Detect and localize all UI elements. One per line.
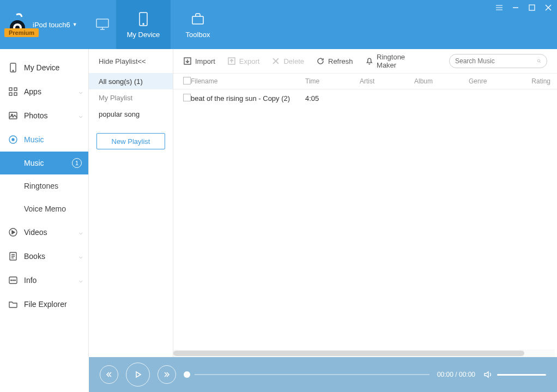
device-selector[interactable]: iPod touch6 ▼ — [33, 21, 77, 29]
sidebar-item-my-device[interactable]: My Device — [0, 56, 88, 80]
photos-icon — [8, 110, 19, 121]
sidebar-sub-voice-memo[interactable]: Voice Memo — [0, 197, 88, 220]
info-icon — [8, 275, 19, 286]
sidebar-item-music[interactable]: Music — [0, 128, 88, 152]
sidebar-label: Videos — [24, 228, 47, 237]
time-display: 00:00 / 00:00 — [437, 371, 475, 378]
close-icon[interactable] — [544, 3, 553, 12]
videos-icon — [8, 227, 19, 238]
sidebar-sub-music[interactable]: Music 1 — [0, 152, 88, 174]
toolbar-label: Export — [239, 57, 260, 65]
sidebar-sub-label: Ringtones — [24, 182, 58, 190]
col-rating[interactable]: Rating — [523, 77, 550, 85]
main-area: My Device Apps ⌵ Photos ⌵ Music Music 1 … — [0, 49, 557, 357]
svg-rect-10 — [9, 88, 12, 91]
new-playlist-button[interactable]: New Playlist — [96, 133, 165, 149]
chevron-down-icon: ⌵ — [79, 253, 83, 260]
scrollbar-thumb[interactable] — [173, 351, 524, 356]
cell-time: 4:05 — [305, 94, 360, 102]
delete-icon — [271, 57, 280, 65]
window-controls — [495, 3, 553, 12]
tab-my-device[interactable]: My Device — [116, 0, 171, 49]
col-time[interactable]: Time — [305, 77, 360, 85]
svg-rect-7 — [529, 5, 535, 10]
col-artist[interactable]: Artist — [360, 77, 414, 85]
playlist-item-popular[interactable]: popular song — [89, 106, 173, 122]
horizontal-scrollbar[interactable] — [173, 349, 555, 357]
play-icon — [134, 370, 142, 379]
table-body: beat of the rising sun - Copy (2) 4:05 — [173, 89, 557, 349]
toolbar-label: Import — [195, 57, 215, 65]
monitor-icon — [89, 0, 116, 49]
col-genre[interactable]: Genre — [469, 77, 523, 85]
toolbar: Import Export Delete Refresh — [173, 49, 557, 73]
device-icon — [8, 62, 19, 73]
search-input[interactable] — [455, 57, 537, 65]
toolbar-label: Refresh — [328, 57, 353, 65]
sidebar-item-photos[interactable]: Photos ⌵ — [0, 104, 88, 128]
next-button[interactable] — [158, 365, 176, 384]
sidebar-item-videos[interactable]: Videos ⌵ — [0, 220, 88, 244]
export-button[interactable]: Export — [227, 57, 260, 65]
svg-point-17 — [12, 138, 14, 141]
col-filename[interactable]: Filename — [191, 77, 305, 85]
volume-slider[interactable] — [497, 374, 546, 376]
maximize-icon[interactable] — [528, 3, 536, 12]
music-icon — [8, 134, 19, 145]
delete-button[interactable]: Delete — [271, 57, 304, 65]
volume-control[interactable] — [483, 370, 546, 379]
folder-icon — [8, 299, 19, 310]
progress-line — [195, 374, 429, 375]
table-header: Filename Time Artist Album Genre Rating — [173, 73, 557, 89]
premium-badge: Premium — [4, 28, 39, 37]
svg-rect-6 — [192, 16, 203, 24]
volume-icon — [483, 370, 493, 379]
table-row[interactable]: beat of the rising sun - Copy (2) 4:05 — [173, 89, 557, 107]
refresh-icon — [316, 57, 325, 65]
content-area: Import Export Delete Refresh — [173, 49, 557, 357]
play-button[interactable] — [126, 363, 150, 387]
svg-point-9 — [13, 70, 14, 71]
sidebar-sub-label: Music — [24, 159, 44, 167]
hide-playlist-button[interactable]: Hide Playlist<< — [89, 49, 173, 73]
playlist-panel: Hide Playlist<< All song(s) (1) My Playl… — [89, 49, 173, 357]
tab-label: My Device — [127, 31, 160, 39]
toolbar-label: Ringtone Maker — [377, 53, 425, 69]
sidebar-label: My Device — [24, 63, 59, 72]
svg-point-5 — [143, 23, 144, 25]
cell-filename: beat of the rising sun - Copy (2) — [191, 94, 305, 102]
col-album[interactable]: Album — [414, 77, 469, 85]
device-name: iPod touch6 — [33, 21, 70, 29]
search-box[interactable] — [449, 54, 547, 68]
ringtone-maker-button[interactable]: Ringtone Maker — [365, 53, 425, 69]
progress-track[interactable] — [184, 371, 429, 378]
sidebar-sub-ringtones[interactable]: Ringtones — [0, 174, 88, 197]
sidebar-item-info[interactable]: Info ⌵ — [0, 268, 88, 292]
menu-icon[interactable] — [495, 3, 504, 12]
row-checkbox[interactable] — [183, 94, 191, 101]
svg-point-23 — [15, 280, 16, 281]
select-all-checkbox[interactable] — [183, 77, 191, 85]
playlist-item-my-playlist[interactable]: My Playlist — [89, 89, 173, 106]
svg-point-22 — [13, 280, 14, 281]
import-button[interactable]: Import — [183, 57, 215, 65]
sidebar-label: Apps — [24, 87, 41, 96]
search-icon — [537, 57, 541, 65]
svg-point-21 — [11, 280, 12, 281]
minimize-icon[interactable] — [511, 3, 520, 12]
sidebar-label: Photos — [24, 111, 48, 120]
progress-handle[interactable] — [184, 371, 190, 378]
svg-rect-3 — [96, 19, 108, 27]
svg-rect-12 — [9, 93, 12, 95]
sidebar-item-apps[interactable]: Apps ⌵ — [0, 80, 88, 104]
playlist-item-all-songs[interactable]: All song(s) (1) — [89, 73, 173, 89]
prev-button[interactable] — [100, 365, 118, 384]
sidebar-item-file-explorer[interactable]: File Explorer — [0, 292, 88, 316]
toolbar-label: Delete — [283, 57, 304, 65]
sidebar-sub-label: Voice Memo — [24, 204, 66, 213]
sidebar-item-books[interactable]: Books ⌵ — [0, 244, 88, 268]
player-bar: 00:00 / 00:00 — [89, 357, 557, 392]
tab-toolbox[interactable]: Toolbox — [171, 0, 225, 49]
chevron-down-icon: ▼ — [72, 22, 77, 27]
refresh-button[interactable]: Refresh — [316, 57, 353, 65]
